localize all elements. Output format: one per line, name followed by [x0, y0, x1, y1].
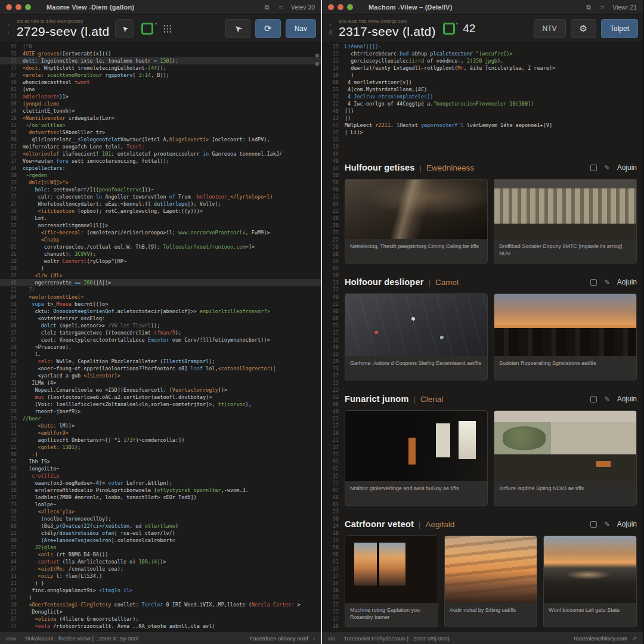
code-line[interactable]: 37<oltorioolef ilafoeciont! 101; eotnlst… — [0, 150, 321, 157]
code-line[interactable]: 22 7) — [0, 286, 321, 293]
window-restore-icon[interactable]: ⧉ — [265, 4, 270, 11]
gallery-card[interactable]: Aodir nolud by Sitting uat/fls — [444, 535, 538, 627]
grid-menu-icon[interactable] — [163, 24, 171, 33]
code-area[interactable]: 91(*0924UIE-groove$([ertverabt(x](()35do… — [0, 43, 321, 631]
code-line[interactable]: 50 Lot. — [0, 215, 321, 222]
code-line[interactable]: 61moiferrolarc ooogafch Lone telo), Teor… — [0, 143, 321, 150]
code-line[interactable]: 23adierlozaete)]> — [0, 93, 321, 100]
code-line[interactable]: 38 ~rgeden — [0, 172, 321, 179]
code-line[interactable]: 29 rneont-jbnef9)> — [0, 408, 321, 415]
code-line[interactable]: 17 J2)glao — [0, 544, 321, 551]
code-line[interactable]: 23 ) — [0, 594, 321, 601]
zoom-button[interactable] — [25, 4, 31, 10]
gallery-card[interactable]: Iorfiure Isqdlne Spting NOIO ae t/fls — [494, 410, 637, 506]
window-restore-icon[interactable]: ⧉ — [586, 4, 591, 11]
code-line[interactable]: 17 finc.onnglopalonct9i> <ltagln il> — [0, 587, 321, 594]
code-line[interactable]: 90 (Are+lanoveTvojecoelron).colotooolcal… — [0, 537, 321, 544]
gallery-card[interactable]: Broffibad Socialer Enpuny 8MTC [mgiavle … — [494, 179, 637, 264]
code-line[interactable]: 37 Whofetoeltomcydalert: eEas:~bonnsl:(l… — [0, 200, 321, 208]
code-line[interactable]: ( Li)> — [345, 129, 637, 136]
gallery-card[interactable]: Muchnie roting Gaplation you Rosandry ba… — [345, 535, 438, 627]
minimize-button[interactable] — [338, 4, 343, 10]
code-line[interactable]: 58 dotvorfosclSAbonlller tr> — [0, 129, 321, 136]
code-line[interactable]: 48whonciomcasttsol twont — [0, 79, 321, 86]
code-line[interactable]: 04 dolct (opeli,ootoor>> /VW let Tlawrl)… — [0, 322, 321, 329]
code-line[interactable]: 83(vno — [0, 86, 321, 93]
code-line[interactable]: 36 chanuot); 3C9VV); — [0, 250, 321, 258]
code-line[interactable]: 23 <ooer~fnung-ot.oppreilaoloortiona??ho… — [0, 365, 321, 372]
settings-button[interactable]: ⚙ — [571, 19, 596, 38]
code-line[interactable]: 90 qliclnotelotc__slologonotclotVowrauc(… — [0, 136, 321, 143]
gallery-card[interactable]: Garhime .Aotore d Coopons Sleilhg Eeceml… — [345, 293, 488, 380]
code-line[interactable]: 20 <vllecx'y}a> — [0, 508, 321, 515]
code-line[interactable]: 73 loalpe~ — [0, 501, 321, 508]
code-line[interactable]: 43 l. — [0, 351, 321, 358]
code-line[interactable]: 13 ILMm (4> — [0, 379, 321, 386]
code-line[interactable]: 90 .) — [0, 451, 321, 458]
code-line[interactable]: 29 aqnllivcft Onbertanvr~[) *1 173f)~com… — [0, 436, 321, 444]
code-line[interactable]: 22 <golet: 1301); — [0, 444, 321, 451]
code-line[interactable]: 4 Iwc-oorlgo of 44Coggtpé a."bonpeturoci… — [345, 100, 637, 107]
code-line[interactable]: 97<erole: scecttvmoRorzltour rgppoterv( … — [0, 72, 321, 79]
code-line[interactable]: 34ccpiellectars: — [0, 165, 321, 172]
code-line[interactable]: 11 <emblfor9> — [0, 429, 321, 436]
code-line[interactable]: 23 ctély/doustrotsiéoz ofan| =ce-wil cta… — [0, 530, 321, 537]
code-line[interactable]: 22 <yarlacd a gub <[sLeeotor]> — [0, 372, 321, 379]
select-icon[interactable] — [590, 279, 597, 286]
edit-icon[interactable]: ✎ — [604, 278, 609, 286]
external-link-icon[interactable]: ↗ — [632, 635, 637, 642]
back-button[interactable]: ➤ — [225, 19, 251, 38]
code-line[interactable]: 29 ) — [0, 265, 321, 272]
scrollbar[interactable] — [315, 54, 319, 70]
close-button[interactable] — [6, 4, 12, 10]
edit-icon[interactable]: ✎ — [604, 164, 609, 172]
adjust-button[interactable]: Aojuin — [617, 163, 637, 172]
code-line[interactable]: 75 (noelbe toronsooellby); — [0, 515, 321, 522]
code-line[interactable]: 17Vow~<auten fore sett imnocotersoccing,… — [0, 157, 321, 165]
refresh-button[interactable]: ⟳ — [255, 19, 281, 38]
panel-icon[interactable]: ⌗ — [279, 4, 283, 11]
status-link[interactable]: TaoetolenOhloey.com — [573, 635, 627, 642]
code-line[interactable]: 33 <l/w (dl> — [0, 272, 321, 279]
minimize-button[interactable] — [16, 4, 21, 10]
code-line[interactable]: 98(ynnpd-cleme — [0, 100, 321, 107]
code-line[interactable]: 28 crotlliLo — [0, 472, 321, 479]
code-line[interactable]: 17 bolc: seetovolorr/[((ponofooclterve])… — [0, 186, 321, 193]
code-line[interactable]: 22 Nopecl.Conareltoole wo <I5D])Exoesfce… — [0, 386, 321, 394]
collapse-icon[interactable]: ‹ — [7, 21, 9, 28]
adjust-button[interactable]: Aojuin — [617, 395, 637, 403]
code-line[interactable]: 18 <lilcteotion [opbov); rotC,anrglowvcl… — [0, 208, 321, 215]
ntv-button[interactable]: NTV — [534, 19, 566, 38]
gallery-card[interactable]: Sudoten Ropoeralling Sgmilations aet/9s — [494, 293, 637, 380]
code-line[interactable]: 99 (ongoiLto~ — [0, 465, 321, 472]
code-line[interactable]: 4(com.Myatordotalloom,(4C) — [345, 86, 637, 93]
select-icon[interactable] — [590, 165, 597, 171]
code-line[interactable]: 924UIE-groove$([ertverabt(x](() — [0, 50, 321, 57]
code-line[interactable]: 33 dmlc[cLWQ]>*> — [0, 179, 321, 186]
code-line[interactable]: 18<Nuntilvenotor irdwegtalo(Lor> — [0, 114, 321, 122]
code-line[interactable]: 17 clolz tatergamcetwve {(toenecérclimt … — [0, 329, 321, 336]
code-line[interactable]: 77<doct: Whpttclott tromoletecingLelhota… — [0, 64, 321, 72]
edit-icon[interactable]: ✎ — [604, 395, 609, 403]
gallery-card[interactable]: Netrelociog, Thexth paegskrtorg Ciming O… — [345, 179, 488, 264]
code-line[interactable]: 34clettintE_tonnh)> — [0, 107, 321, 114]
code-line[interactable]: 77 <oolo /rtotcortrzzoocallt. Avna ..KA_… — [0, 623, 321, 630]
rail-icon[interactable]: › — [329, 21, 331, 28]
gallery-card[interactable]: Nniiblor gtolerverlinge and aeot huGoy a… — [345, 410, 488, 506]
code-line[interactable]: 37 ceot: VoeoctyplerectootortallsLoce Em… — [0, 336, 321, 343]
code-line[interactable]: 21 ) } — [0, 580, 321, 587]
primary-action-button[interactable]: Tolpet — [601, 19, 638, 38]
code-line[interactable]: 37 <olzioe (4lilere 6rmoorrctelltar); — [0, 615, 321, 623]
code-line[interactable]: []} — [345, 107, 637, 114]
code-line[interactable]: 85 corvtoreoclos./cotleal eel.W, ThB.[9]… — [0, 243, 321, 250]
status-right-text[interactable]: Facetdoen olinacy nonf — [250, 635, 308, 642]
code-line[interactable]: 30 oaanc(ox3-oegRudse>-4)> voter Lefror.… — [0, 479, 321, 487]
adjust-button[interactable]: Aojuin — [617, 278, 637, 286]
edit-icon[interactable]: ✎ — [604, 521, 609, 528]
code-line[interactable]: 10 woltr Cootortl(ryClopp^[HP~ — [0, 258, 321, 265]
code-line[interactable]: MWlpLeect r2211. lHectst yeporoocterf'l … — [345, 122, 637, 129]
collapse-icon[interactable]: ‹ — [7, 29, 9, 36]
select-icon[interactable] — [590, 396, 597, 402]
code-line[interactable]: 4 morlletvertionr[v]) — [345, 79, 637, 86]
code-line[interactable]: 09 (Be3_p(Ovatce)22fci>/xeétcton, ed otl… — [0, 522, 321, 530]
